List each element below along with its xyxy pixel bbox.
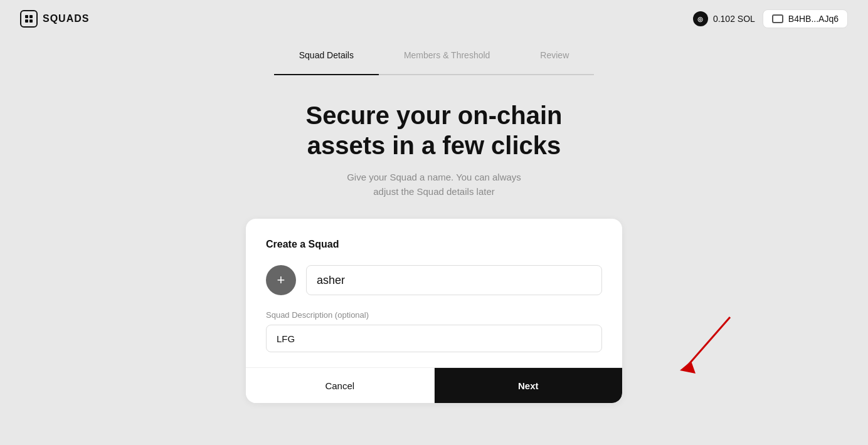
desc-label: Squad Description (optional) [266,310,602,320]
step-squad-details[interactable]: Squad Details [274,50,379,75]
next-button[interactable]: Next [435,368,623,403]
logo-text: SQUADS [43,13,89,24]
header: SQUADS ◎ 0.102 SOL B4HB...AJq6 [0,0,868,38]
form-actions: Cancel Next [246,367,622,403]
step-review-underline [515,74,594,75]
step-review-label: Review [515,50,594,68]
step-squad-details-label: Squad Details [274,50,379,68]
avatar-upload-button[interactable]: + [266,265,296,295]
wallet-address: B4HB...AJq6 [788,14,839,24]
main-content: Squad Details Members & Threshold Review… [0,38,868,403]
step-review[interactable]: Review [515,50,594,75]
logo-icon [20,10,38,28]
wallet-icon [772,14,783,23]
svg-rect-3 [29,19,33,23]
steps-nav: Squad Details Members & Threshold Review [274,50,595,75]
step-squad-details-underline [274,74,379,75]
sol-balance-text: 0.102 SOL [713,14,755,24]
cancel-button[interactable]: Cancel [246,368,435,403]
logo: SQUADS [20,10,89,28]
svg-rect-1 [29,15,33,18]
step-members-threshold-underline [379,74,515,75]
wallet-button[interactable]: B4HB...AJq6 [763,9,848,28]
step-members-threshold-label: Members & Threshold [379,50,515,68]
squad-desc-input[interactable] [266,325,602,352]
name-row: + [266,265,602,295]
sol-icon: ◎ [693,11,708,26]
svg-rect-2 [25,19,28,23]
step-members-threshold[interactable]: Members & Threshold [379,50,515,75]
sol-balance: ◎ 0.102 SOL [693,11,755,26]
header-right: ◎ 0.102 SOL B4HB...AJq6 [693,9,848,28]
svg-rect-0 [25,15,28,18]
hero-title: Secure your on-chainassets in a few clic… [306,100,563,160]
avatar-plus-icon: + [277,273,285,287]
squad-name-input[interactable] [306,265,602,295]
create-squad-card: Create a Squad + Squad Description (opti… [246,219,622,403]
card-title: Create a Squad [266,239,602,250]
hero-subtitle: Give your Squad a name. You can alwaysad… [347,170,521,199]
